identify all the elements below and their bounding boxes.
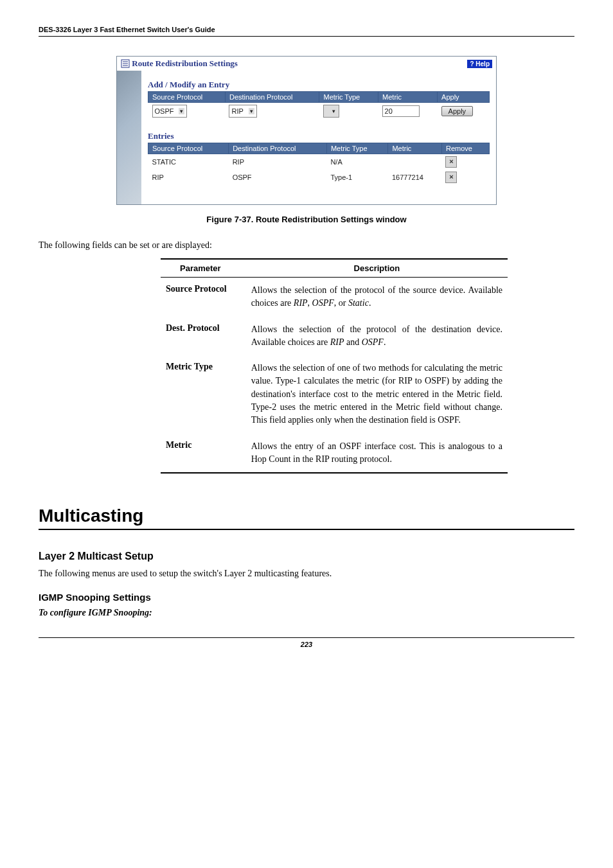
subsection-heading: Layer 2 Multicast Setup [39, 551, 574, 562]
decorative-stripe [117, 71, 141, 204]
remove-button[interactable]: × [445, 172, 457, 183]
ecol-src: Source Protocol [148, 143, 229, 154]
remove-button[interactable]: × [445, 156, 457, 168]
apply-button[interactable]: Apply [441, 106, 474, 116]
ecol-mtype: Metric Type [326, 143, 388, 154]
metric-type-select[interactable] [323, 105, 339, 118]
add-table: Source Protocol Destination Protocol Met… [148, 91, 490, 120]
entries-table: Source Protocol Destination Protocol Met… [148, 143, 490, 185]
intro-text: The following fields can be set or are d… [39, 240, 574, 251]
cell-dst: OSPF [229, 170, 327, 185]
table-row: RIP OSPF Type-1 16777214 × [148, 170, 490, 185]
cell-metric: 16777214 [388, 170, 442, 185]
col-src: Source Protocol [148, 92, 226, 103]
cell-metric [388, 154, 442, 170]
metric-input[interactable]: 20 [382, 105, 420, 117]
screenshot-figure: Route Redistribution Settings ? Help Add… [116, 56, 497, 205]
cell-src: STATIC [148, 154, 229, 170]
help-button[interactable]: ? Help [467, 60, 492, 68]
cell-src: RIP [148, 170, 229, 185]
window-title: Route Redistribution Settings [132, 58, 238, 69]
param-desc: Allows the entry of an OSPF interface co… [246, 434, 508, 474]
param-name: Metric [161, 434, 246, 474]
col-dst: Destination Protocol [225, 92, 319, 103]
window-icon: Route Redistribution Settings [121, 58, 238, 69]
ecol-remove: Remove [441, 143, 489, 154]
param-head: Parameter [161, 259, 246, 278]
ecol-dst: Destination Protocol [229, 143, 327, 154]
parameter-table: Parameter Description Source Protocol Al… [161, 258, 508, 474]
page-header: DES-3326 Layer 3 Fast Ethernet Switch Us… [39, 26, 574, 37]
section-heading: Multicasting [39, 506, 574, 530]
page-footer: 223 [39, 637, 574, 648]
add-section-title: Add / Modify an Entry [148, 80, 490, 90]
param-name: Dest. Protocol [161, 317, 246, 356]
param-name: Source Protocol [161, 278, 246, 317]
dest-protocol-select[interactable]: RIP [229, 105, 256, 118]
figure-caption: Figure 7-37. Route Redistribution Settin… [39, 215, 574, 224]
body-text: The following menus are used to setup th… [39, 569, 574, 579]
desc-head: Description [246, 259, 508, 278]
param-desc: Allows the selection of the protocol of … [246, 317, 508, 356]
source-protocol-select[interactable]: OSPF [152, 105, 188, 118]
param-desc: Allows the selection of one of two metho… [246, 355, 508, 433]
cell-mtype: N/A [326, 154, 388, 170]
subsubsection-heading: IGMP Snooping Settings [39, 592, 574, 603]
ecol-metric: Metric [388, 143, 442, 154]
cell-mtype: Type-1 [326, 170, 388, 185]
table-row: STATIC RIP N/A × [148, 154, 490, 170]
col-metric: Metric [378, 92, 438, 103]
entries-section-title: Entries [148, 131, 490, 141]
param-name: Metric Type [161, 355, 246, 433]
col-apply: Apply [438, 92, 490, 103]
param-desc: Allows the selection of the protocol of … [246, 278, 508, 317]
task-intro: To configure IGMP Snooping: [39, 608, 574, 618]
col-mtype: Metric Type [319, 92, 378, 103]
cell-dst: RIP [229, 154, 327, 170]
